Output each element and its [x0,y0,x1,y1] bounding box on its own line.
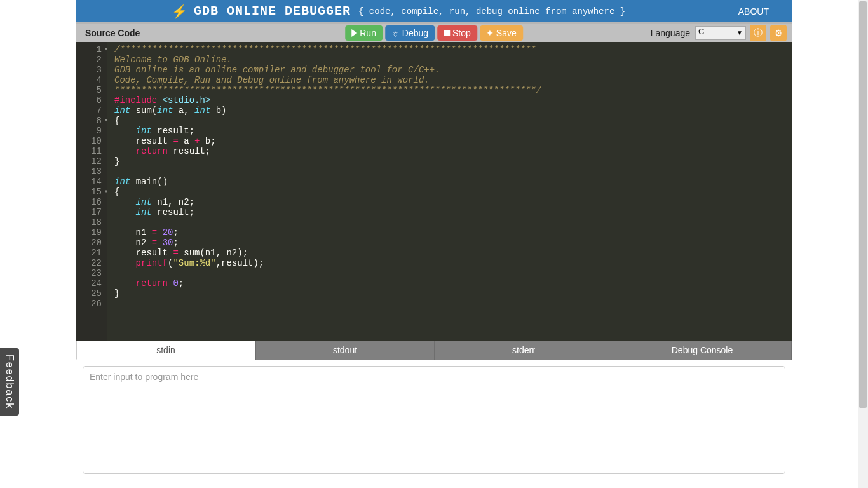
gear-icon: ⚙ [775,28,783,38]
code-line[interactable]: int main() [114,177,541,187]
page-scrollbar[interactable] [858,0,868,488]
io-tabs: stdin stdout stderr Debug Console [76,341,792,360]
code-line[interactable]: #include <stdio.h> [114,95,541,105]
line-gutter: 1234567891011121314151617181920212223242… [76,42,107,341]
info-icon: ⓘ [754,27,763,39]
info-button[interactable]: ⓘ [750,25,766,41]
run-label: Run [360,28,376,38]
debug-label: Debug [402,28,428,38]
code-line[interactable]: /***************************************… [114,44,541,55]
stop-icon [444,30,450,36]
code-area[interactable]: /***************************************… [107,42,541,341]
save-button[interactable]: ✦ Save [480,25,523,41]
code-line[interactable]: result = sum(n1, n2); [114,248,541,258]
tab-stderr[interactable]: stderr [434,341,613,360]
top-header: ⚡ GDB ONLINE DEBUGGER { code, compile, r… [76,0,792,22]
play-icon [351,29,357,37]
code-line[interactable]: { [114,116,541,126]
source-code-label: Source Code [85,28,140,38]
code-line[interactable]: int n1, n2; [114,197,541,207]
code-line[interactable]: return 0; [114,278,541,288]
code-line[interactable]: n2 = 30; [114,238,541,248]
code-line[interactable]: } [114,156,541,166]
code-line[interactable]: return result; [114,146,541,156]
code-editor[interactable]: 1234567891011121314151617181920212223242… [76,42,792,341]
brand-title: GDB ONLINE DEBUGGER [194,4,351,18]
right-tools: Language C ▼ ⓘ ⚙ [651,25,787,41]
chevron-down-icon: ▼ [736,29,743,36]
bolt-icon: ⚡ [172,4,187,19]
stdin-input[interactable]: Enter input to program here [83,366,785,474]
main-container: Source Code Run ☼ Debug Stop ✦ Save Lang… [76,22,792,474]
code-line[interactable]: Welcome to GDB Online. [114,55,541,65]
code-line[interactable]: Code, Compile, Run and Debug online from… [114,75,541,85]
tab-stdin[interactable]: stdin [76,341,255,360]
tab-debug-console[interactable]: Debug Console [613,341,792,360]
feedback-tab[interactable]: Feedback [0,348,19,416]
code-line[interactable]: n1 = 20; [114,227,541,238]
settings-button[interactable]: ⚙ [770,25,787,41]
code-line[interactable]: } [114,288,541,299]
code-line[interactable]: { [114,187,541,197]
code-line[interactable]: ****************************************… [114,85,541,95]
stop-label: Stop [452,28,471,38]
code-line[interactable]: int result; [114,207,541,217]
language-select[interactable]: C ▼ [695,26,746,40]
code-line[interactable]: GDB online is an online compiler and deb… [114,65,541,75]
about-link[interactable]: ABOUT [738,6,782,17]
code-line[interactable] [114,299,541,309]
code-line[interactable]: int sum(int a, int b) [114,105,541,116]
code-line[interactable]: result = a + b; [114,136,541,146]
run-button[interactable]: Run [345,25,383,41]
code-line[interactable]: int result; [114,126,541,136]
save-label: Save [496,28,517,38]
stop-button[interactable]: Stop [437,25,477,41]
stdin-placeholder: Enter input to program here [90,372,198,382]
tagline: { code, compile, run, debug online from … [358,6,625,17]
debug-button[interactable]: ☼ Debug [385,25,435,41]
scroll-thumb[interactable] [859,1,867,408]
toolbar: Source Code Run ☼ Debug Stop ✦ Save Lang… [76,22,792,42]
code-line[interactable]: printf("Sum:%d",result); [114,258,541,268]
code-line[interactable] [114,217,541,227]
code-line[interactable] [114,166,541,177]
language-value: C [698,27,704,36]
action-buttons: Run ☼ Debug Stop ✦ Save [345,25,523,41]
language-label: Language [651,28,691,38]
tab-stdout[interactable]: stdout [255,341,434,360]
code-line[interactable] [114,268,541,278]
save-icon: ✦ [486,28,494,38]
bug-icon: ☼ [391,28,400,38]
